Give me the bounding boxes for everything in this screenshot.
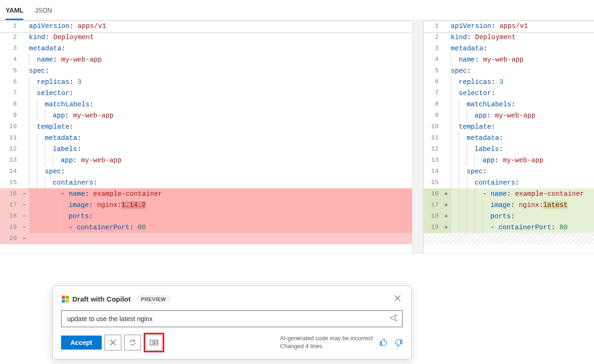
close-button[interactable] [392,292,403,306]
code-line[interactable]: 6replicas: 3 [424,76,594,88]
code-line[interactable]: 10template: [424,121,594,132]
diff-view: 1apiVersion: apps/v12kind: Deployment3me… [0,20,594,254]
code-line[interactable]: 17−image: nginx:1.14.2 [0,199,412,211]
line-number: 6 [0,76,20,88]
code-line[interactable]: 2kind: Deployment [0,32,412,43]
code-line[interactable]: 5spec: [0,65,412,76]
code-line[interactable]: 9app: my-web-app [424,110,594,121]
code-content: template: [459,121,594,132]
code-line[interactable]: 19+- containerPort: 80 [424,222,594,233]
thumbs-down-button[interactable] [394,338,403,347]
code-line[interactable]: 4name: my-web-app [424,54,594,65]
code-line[interactable]: 17+image: nginx:latest [424,199,594,211]
code-line[interactable]: 12labels: [0,144,412,155]
code-line[interactable]: 5spec: [424,65,594,76]
copilot-title: Draft with Copilot [72,295,131,303]
copilot-notes: AI-generated code may be incorrect Chang… [280,335,373,350]
code-line[interactable]: 8matchLabels: [0,99,412,110]
code-line[interactable]: 12labels: [424,144,594,155]
code-line[interactable]: 10template: [0,121,412,132]
code-content: spec: [467,166,594,177]
code-line[interactable]: 20− [0,233,412,244]
code-content: - name: example-container [61,188,412,199]
removed-marker: − [20,188,29,199]
code-line[interactable]: 16+- name: example-container [424,188,594,199]
code-line[interactable]: 3metadata: [0,43,412,54]
code-content: ports: [490,211,594,222]
code-content: metadata: [45,132,412,144]
compare-button[interactable] [146,335,162,350]
code-content: image: nginx:1.14.2 [69,199,412,211]
diff-original-pane[interactable]: 1apiVersion: apps/v12kind: Deployment3me… [0,21,412,254]
line-number: 8 [424,99,441,110]
line-number: 13 [0,155,20,166]
code-line[interactable]: 3metadata: [424,43,594,54]
overview-ruler[interactable] [412,21,423,254]
line-number: 19 [424,222,441,233]
send-icon [389,314,398,322]
thumbs-up-button[interactable] [379,338,388,347]
line-number: 8 [0,99,20,110]
code-content: - containerPort: 80 [490,222,594,233]
code-line[interactable]: 16−- name: example-container [0,188,412,199]
line-number: 1 [424,21,441,32]
send-button[interactable] [389,314,398,324]
code-content: spec: [45,166,412,177]
line-number: 14 [424,166,441,177]
removed-marker: − [20,199,29,211]
code-content: app: my-web-app [475,110,594,121]
tutorial-highlight [144,333,164,352]
removed-marker: − [20,211,29,222]
added-marker: + [441,199,451,211]
line-number: 1 [0,21,20,32]
code-line[interactable]: 7selector: [424,88,594,99]
code-content: - containerPort: 80 [69,222,412,233]
code-line[interactable]: 18−ports: [0,211,412,222]
code-line[interactable] [424,233,594,244]
copilot-prompt-input[interactable] [66,315,389,323]
preview-badge: PREVIEW [136,295,171,303]
code-line[interactable]: 1apiVersion: apps/v1 [424,21,594,32]
code-line[interactable]: 19−- containerPort: 80 [0,222,412,233]
line-number: 13 [424,155,441,166]
copilot-prompt[interactable] [61,310,403,327]
line-number: 2 [424,32,441,43]
code-line[interactable]: 2kind: Deployment [424,32,594,43]
line-number: 7 [0,88,20,99]
code-line[interactable]: 8matchLabels: [424,99,594,110]
code-line[interactable]: 7selector: [0,88,412,99]
code-line[interactable]: 14spec: [0,166,412,177]
code-content: labels: [53,144,412,155]
accept-button[interactable]: Accept [61,336,102,350]
code-line[interactable]: 18+ports: [424,211,594,222]
line-number: 20 [0,233,20,244]
line-number: 6 [424,76,441,88]
code-line[interactable]: 11metadata: [0,132,412,144]
code-line[interactable]: 11metadata: [424,132,594,144]
code-line[interactable]: 9app: my-web-app [0,110,412,121]
code-line[interactable]: 15containers: [424,177,594,188]
code-line[interactable]: 13app: my-web-app [0,155,412,166]
line-number: 18 [0,211,20,222]
code-line[interactable]: 1apiVersion: apps/v1 [0,21,412,32]
added-marker: + [441,222,451,233]
tab-yaml[interactable]: YAML [6,7,23,20]
line-number: 3 [0,43,20,54]
diff-modified-pane[interactable]: 1apiVersion: apps/v12kind: Deployment3me… [423,21,594,254]
added-marker: + [441,188,451,199]
regenerate-button[interactable] [124,335,141,350]
line-number: 11 [0,132,20,144]
code-line[interactable]: 6replicas: 3 [0,76,412,88]
tab-json[interactable]: JSON [35,7,52,20]
discard-button[interactable] [105,335,121,350]
code-line[interactable]: 13app: my-web-app [424,155,594,166]
code-line[interactable]: 14spec: [424,166,594,177]
code-content: app: my-web-app [53,110,412,121]
code-line[interactable]: 15containers: [0,177,412,188]
line-number: 4 [0,54,20,65]
copilot-icon [61,295,70,303]
code-line[interactable]: 4name: my-web-app [0,54,412,65]
line-number: 10 [424,121,441,132]
code-content: app: my-web-app [61,155,412,166]
line-number: 17 [0,199,20,211]
